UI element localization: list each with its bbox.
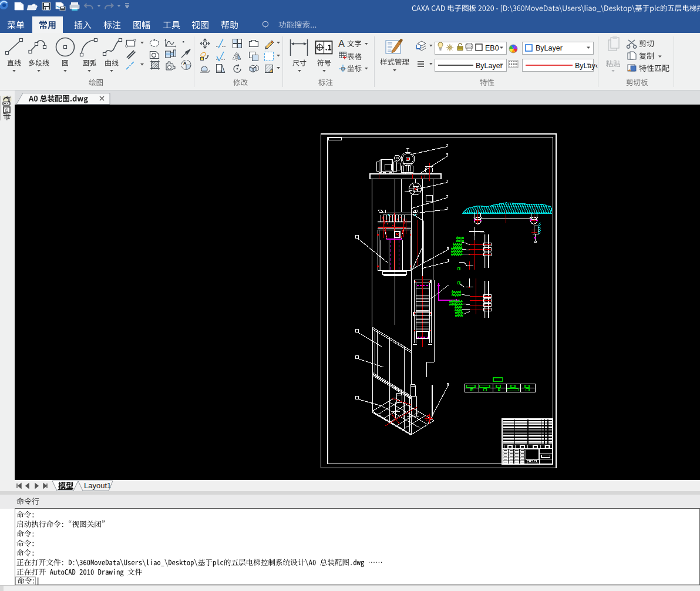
svg-text:ByLay‹: ByLay‹ xyxy=(575,62,598,70)
svg-text:EB0: EB0 xyxy=(485,44,499,52)
svg-text:ByLayer: ByLayer xyxy=(536,44,563,52)
svg-text:Layout1: Layout1 xyxy=(84,481,111,490)
svg-text:A: A xyxy=(183,61,187,66)
svg-text:ByLayer: ByLayer xyxy=(476,62,503,70)
svg-text:A: A xyxy=(338,38,345,49)
